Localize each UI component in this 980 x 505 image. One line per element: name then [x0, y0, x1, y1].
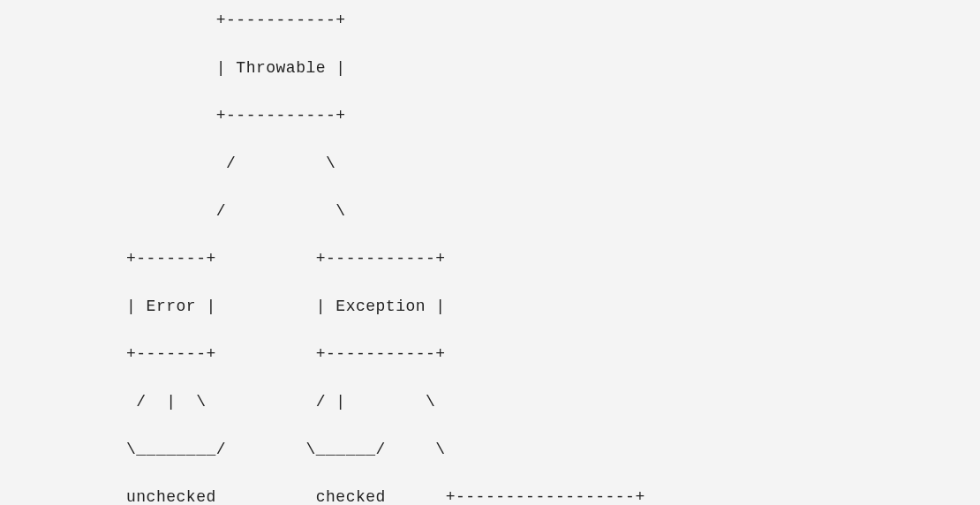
- diagram-line: +-------+ +-----------+: [26, 343, 954, 366]
- diagram-line: +-------+ +-----------+: [26, 247, 954, 271]
- ascii-diagram: +-----------+ | Throwable | +-----------…: [0, 0, 980, 505]
- diagram-line: / \: [26, 200, 954, 223]
- diagram-line: / | \ / | \: [26, 390, 954, 414]
- diagram-line: +-----------+: [26, 104, 954, 128]
- throwable-node: | Throwable |: [26, 57, 954, 80]
- diagram-line: / \: [26, 152, 954, 176]
- type-labels-line: unchecked checked +------------------+: [26, 486, 954, 505]
- error-exception-nodes: | Error | | Exception |: [26, 295, 954, 319]
- diagram-line: +-----------+: [26, 9, 954, 33]
- diagram-line: \________/ \______/ \: [26, 438, 954, 462]
